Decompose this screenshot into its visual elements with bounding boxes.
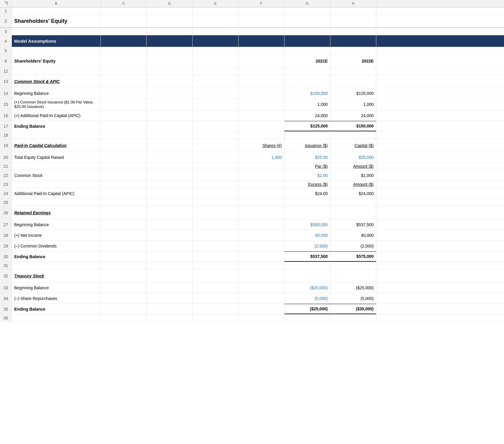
r18-f: [239, 132, 284, 139]
row-25: 25: [0, 199, 504, 206]
r22-c: [101, 170, 147, 181]
r20-g: $25.00: [284, 152, 330, 162]
col-header-c: C: [101, 0, 147, 7]
row-35: 35 Ending Balance ($25,000) ($30,000): [0, 304, 504, 314]
r6-f: [239, 55, 284, 67]
rownum-30: 30: [0, 251, 12, 262]
r31-e: [193, 262, 239, 269]
row-6: 6 Shareholders' Equity 2021E 2022E: [0, 55, 504, 68]
r35-e: [193, 304, 239, 314]
r36-g: [284, 314, 330, 322]
r12-g: [284, 68, 330, 75]
r36-b: [12, 314, 101, 322]
retained-earnings-section-label: Retained Earnings: [12, 206, 101, 219]
r14-g: $100,000: [284, 88, 330, 98]
r30-f: [239, 251, 284, 262]
rownum-35: 35: [0, 304, 12, 314]
r17-d: [147, 121, 193, 131]
r27-g: $500,000: [284, 219, 330, 230]
r30-g: $537,500: [284, 251, 330, 262]
r15-c: [101, 99, 147, 110]
r1-d: [147, 7, 193, 15]
rownum-18: 18: [0, 132, 12, 139]
r15-e: [193, 99, 239, 110]
r1-c: [101, 7, 147, 15]
col-header-e: E: [193, 0, 239, 7]
r20-f: 1,000: [239, 152, 284, 162]
r30-h: $575,000: [330, 251, 376, 262]
r4-c: [101, 35, 147, 47]
row-1: 1: [0, 7, 504, 15]
r35-f: [239, 304, 284, 314]
r29-d: [147, 241, 193, 251]
r25-g: [284, 199, 330, 206]
r34-c: [101, 293, 147, 304]
r25-h: [330, 199, 376, 206]
r20-e: [193, 152, 239, 162]
r24-c: [101, 188, 147, 199]
rownum-36: 36: [0, 314, 12, 322]
rownum-25: 25: [0, 199, 12, 206]
r32-f: [239, 269, 284, 282]
r26-c: [101, 206, 147, 219]
r30-d: [147, 251, 193, 262]
r1-e: [193, 7, 239, 15]
r12-c: [101, 68, 147, 75]
r23-d: [147, 181, 193, 188]
row-36: 36: [0, 314, 504, 322]
rownum-13: 13: [0, 75, 12, 88]
row-12: 12: [0, 68, 504, 75]
r31-d: [147, 262, 193, 269]
r16-f: [239, 110, 284, 121]
r36-d: [147, 314, 193, 322]
row-3: 3: [0, 28, 504, 35]
r19-h: Capital ($): [330, 139, 376, 152]
r3-h: [330, 28, 376, 35]
corner-cell: [0, 0, 12, 7]
r27-f: [239, 219, 284, 230]
rownum-32: 32: [0, 269, 12, 282]
r12-f: [239, 68, 284, 75]
r22-f: [239, 170, 284, 181]
r33-f: [239, 282, 284, 293]
svg-marker-0: [4, 1, 8, 6]
r29-b: (–) Common Dividends: [12, 241, 101, 251]
r23-e: [193, 181, 239, 188]
rownum-26: 26: [0, 206, 12, 219]
r28-f: [239, 230, 284, 240]
paid-in-capital-section-label: Paid-In Capital Calculation: [12, 139, 101, 152]
rownum-27: 27: [0, 219, 12, 230]
rownum-20: 20: [0, 152, 12, 162]
r5-d: [147, 47, 193, 54]
r5-b: [12, 47, 101, 54]
r6-g-year: 2021E: [284, 55, 330, 67]
r4-e: [193, 35, 239, 47]
r2-g: [284, 15, 330, 27]
r27-h: $537,500: [330, 219, 376, 230]
r6-c: [101, 55, 147, 67]
r3-e: [193, 28, 239, 35]
r25-f: [239, 199, 284, 206]
r5-h: [330, 47, 376, 54]
row-21: 21 Par ($) Amount ($): [0, 163, 504, 170]
r29-c: [101, 241, 147, 251]
r14-e: [193, 88, 239, 98]
r24-g: $24.00: [284, 188, 330, 199]
r23-f: [239, 181, 284, 188]
r21-g-header: Par ($): [284, 163, 330, 170]
column-header-row: B C D E F G H: [0, 0, 504, 7]
r14-b: Beginning Balance: [12, 88, 101, 98]
r3-g: [284, 28, 330, 35]
r31-b: [12, 262, 101, 269]
r12-h: [330, 68, 376, 75]
r36-h: [330, 314, 376, 322]
r28-g: 40,000: [284, 230, 330, 240]
r15-b: (+) Common Stock Issuance ($1.00 Par Val…: [12, 99, 101, 110]
rownum-12: 12: [0, 68, 12, 75]
r20-d: [147, 152, 193, 162]
r33-c: [101, 282, 147, 293]
r26-h: [330, 206, 376, 219]
r29-f: [239, 241, 284, 251]
rownum-16: 16: [0, 110, 12, 121]
r22-e: [193, 170, 239, 181]
